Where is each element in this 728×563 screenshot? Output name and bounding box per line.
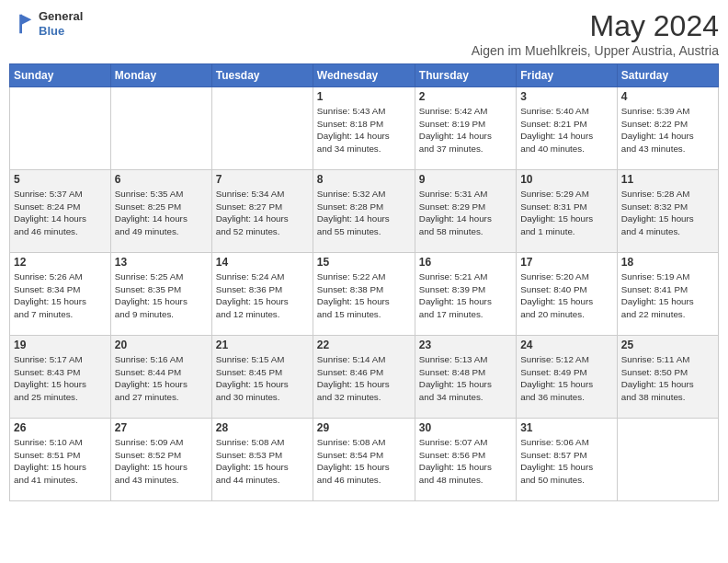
day-header-thursday: Thursday [415,64,516,87]
day-info: Sunrise: 5:17 AMSunset: 8:43 PMDaylight:… [14,353,107,404]
day-number: 6 [115,173,208,186]
logo-general-text: General [39,9,83,24]
location-subtitle: Aigen im Muehlkreis, Upper Austria, Aust… [472,43,719,58]
day-info: Sunrise: 5:06 AMSunset: 8:57 PMDaylight:… [520,436,613,487]
calendar-cell: 15Sunrise: 5:22 AMSunset: 8:38 PMDayligh… [313,253,415,336]
day-number: 10 [520,173,613,186]
day-info: Sunrise: 5:31 AMSunset: 8:29 PMDaylight:… [419,188,512,238]
calendar-cell: 16Sunrise: 5:21 AMSunset: 8:39 PMDayligh… [415,253,516,336]
day-info: Sunrise: 5:25 AMSunset: 8:35 PMDaylight:… [115,270,208,321]
calendar-week-2: 5Sunrise: 5:37 AMSunset: 8:24 PMDaylight… [10,170,719,253]
day-info: Sunrise: 5:16 AMSunset: 8:44 PMDaylight:… [115,353,208,404]
logo-blue-text: Blue [39,24,83,39]
day-info: Sunrise: 5:11 AMSunset: 8:50 PMDaylight:… [621,353,714,404]
day-number: 19 [14,339,107,351]
calendar-table: SundayMondayTuesdayWednesdayThursdayFrid… [9,63,719,501]
day-info: Sunrise: 5:39 AMSunset: 8:22 PMDaylight:… [621,105,714,155]
day-number: 27 [115,421,208,434]
calendar-cell: 31Sunrise: 5:06 AMSunset: 8:57 PMDayligh… [517,419,618,501]
logo: General Blue [9,9,83,38]
calendar-cell: 20Sunrise: 5:16 AMSunset: 8:44 PMDayligh… [110,336,211,419]
calendar-cell: 6Sunrise: 5:35 AMSunset: 8:25 PMDaylight… [110,170,211,253]
day-number: 28 [216,421,309,434]
calendar-body: 1Sunrise: 5:43 AMSunset: 8:18 PMDaylight… [10,87,719,501]
day-header-tuesday: Tuesday [211,64,313,87]
day-number: 16 [419,256,512,269]
calendar-cell: 29Sunrise: 5:08 AMSunset: 8:54 PMDayligh… [313,419,415,501]
calendar-cell: 23Sunrise: 5:13 AMSunset: 8:48 PMDayligh… [415,336,516,419]
calendar-cell: 19Sunrise: 5:17 AMSunset: 8:43 PMDayligh… [10,336,111,419]
day-header-friday: Friday [517,64,618,87]
page-header: General Blue May 2024 Aigen im Muehlkrei… [9,9,719,58]
calendar-cell: 30Sunrise: 5:07 AMSunset: 8:56 PMDayligh… [415,419,516,501]
day-info: Sunrise: 5:37 AMSunset: 8:24 PMDaylight:… [14,188,107,238]
day-info: Sunrise: 5:28 AMSunset: 8:32 PMDaylight:… [621,188,714,238]
day-info: Sunrise: 5:14 AMSunset: 8:46 PMDaylight:… [317,353,411,404]
day-info: Sunrise: 5:20 AMSunset: 8:40 PMDaylight:… [520,270,613,321]
svg-rect-2 [19,14,22,33]
calendar-cell: 2Sunrise: 5:42 AMSunset: 8:19 PMDaylight… [415,87,516,170]
calendar-cell: 11Sunrise: 5:28 AMSunset: 8:32 PMDayligh… [617,170,718,253]
day-number: 13 [115,256,208,269]
day-info: Sunrise: 5:43 AMSunset: 8:18 PMDaylight:… [317,105,411,155]
day-info: Sunrise: 5:42 AMSunset: 8:19 PMDaylight:… [419,105,512,155]
day-number: 12 [14,256,107,269]
calendar-week-1: 1Sunrise: 5:43 AMSunset: 8:18 PMDaylight… [10,87,719,170]
day-number: 26 [14,421,107,434]
day-info: Sunrise: 5:40 AMSunset: 8:21 PMDaylight:… [520,105,613,155]
day-info: Sunrise: 5:15 AMSunset: 8:45 PMDaylight:… [216,353,309,404]
calendar-cell: 1Sunrise: 5:43 AMSunset: 8:18 PMDaylight… [313,87,415,170]
day-info: Sunrise: 5:26 AMSunset: 8:34 PMDaylight:… [14,270,107,321]
day-number: 23 [419,339,512,351]
calendar-cell: 8Sunrise: 5:32 AMSunset: 8:28 PMDaylight… [313,170,415,253]
day-number: 4 [621,90,714,103]
calendar-cell [110,87,211,170]
day-number: 31 [520,421,613,434]
calendar-cell: 13Sunrise: 5:25 AMSunset: 8:35 PMDayligh… [110,253,211,336]
day-info: Sunrise: 5:32 AMSunset: 8:28 PMDaylight:… [317,188,411,238]
day-info: Sunrise: 5:22 AMSunset: 8:38 PMDaylight:… [317,270,411,321]
logo-text: General Blue [39,9,83,38]
title-block: May 2024 Aigen im Muehlkreis, Upper Aust… [472,9,719,58]
day-info: Sunrise: 5:35 AMSunset: 8:25 PMDaylight:… [115,188,208,238]
day-info: Sunrise: 5:34 AMSunset: 8:27 PMDaylight:… [216,188,309,238]
calendar-cell [10,87,111,170]
month-year-title: May 2024 [472,9,719,43]
day-number: 5 [14,173,107,186]
day-number: 14 [216,256,309,269]
day-number: 15 [317,256,411,269]
day-number: 29 [317,421,411,434]
calendar-cell: 12Sunrise: 5:26 AMSunset: 8:34 PMDayligh… [10,253,111,336]
day-header-sunday: Sunday [10,64,111,87]
day-number: 30 [419,421,512,434]
day-number: 8 [317,173,411,186]
day-number: 7 [216,173,309,186]
calendar-cell: 14Sunrise: 5:24 AMSunset: 8:36 PMDayligh… [211,253,313,336]
calendar-cell: 28Sunrise: 5:08 AMSunset: 8:53 PMDayligh… [211,419,313,501]
day-info: Sunrise: 5:19 AMSunset: 8:41 PMDaylight:… [621,270,714,321]
calendar-week-3: 12Sunrise: 5:26 AMSunset: 8:34 PMDayligh… [10,253,719,336]
calendar-cell: 17Sunrise: 5:20 AMSunset: 8:40 PMDayligh… [517,253,618,336]
day-header-saturday: Saturday [617,64,718,87]
calendar-cell: 27Sunrise: 5:09 AMSunset: 8:52 PMDayligh… [110,419,211,501]
calendar-cell: 18Sunrise: 5:19 AMSunset: 8:41 PMDayligh… [617,253,718,336]
day-info: Sunrise: 5:08 AMSunset: 8:54 PMDaylight:… [317,436,411,487]
calendar-cell: 3Sunrise: 5:40 AMSunset: 8:21 PMDaylight… [517,87,618,170]
day-number: 3 [520,90,613,103]
day-info: Sunrise: 5:21 AMSunset: 8:39 PMDaylight:… [419,270,512,321]
calendar-header: SundayMondayTuesdayWednesdayThursdayFrid… [10,64,719,87]
day-number: 20 [115,339,208,351]
day-info: Sunrise: 5:10 AMSunset: 8:51 PMDaylight:… [14,436,107,487]
day-header-wednesday: Wednesday [313,64,415,87]
day-info: Sunrise: 5:24 AMSunset: 8:36 PMDaylight:… [216,270,309,321]
logo-icon [9,11,35,37]
calendar-week-5: 26Sunrise: 5:10 AMSunset: 8:51 PMDayligh… [10,419,719,501]
calendar-cell: 5Sunrise: 5:37 AMSunset: 8:24 PMDaylight… [10,170,111,253]
calendar-week-4: 19Sunrise: 5:17 AMSunset: 8:43 PMDayligh… [10,336,719,419]
day-number: 11 [621,173,714,186]
calendar-cell: 24Sunrise: 5:12 AMSunset: 8:49 PMDayligh… [517,336,618,419]
day-number: 17 [520,256,613,269]
day-info: Sunrise: 5:09 AMSunset: 8:52 PMDaylight:… [115,436,208,487]
days-of-week-row: SundayMondayTuesdayWednesdayThursdayFrid… [10,64,719,87]
calendar-cell: 21Sunrise: 5:15 AMSunset: 8:45 PMDayligh… [211,336,313,419]
